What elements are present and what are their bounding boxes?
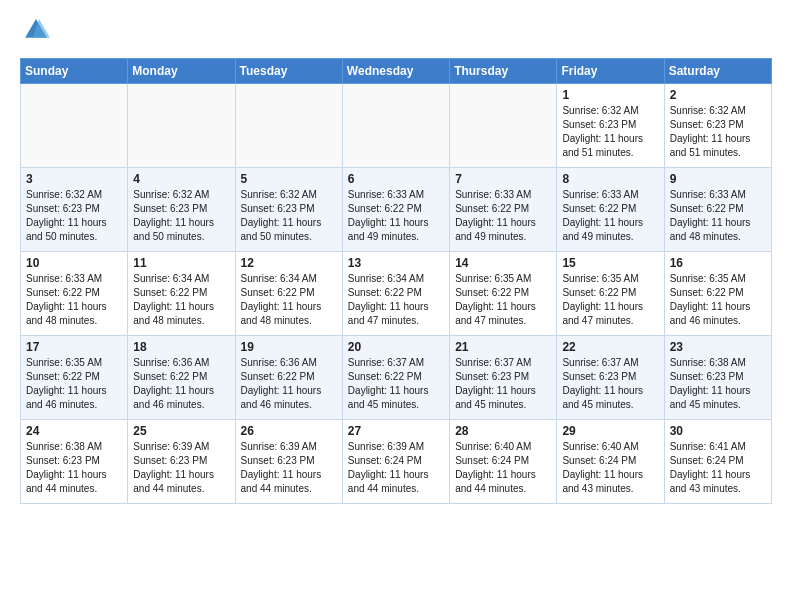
day-number: 30: [670, 424, 766, 438]
day-info: Sunrise: 6:39 AM Sunset: 6:23 PM Dayligh…: [133, 440, 229, 496]
day-cell: 20Sunrise: 6:37 AM Sunset: 6:22 PM Dayli…: [342, 336, 449, 420]
day-cell: 5Sunrise: 6:32 AM Sunset: 6:23 PM Daylig…: [235, 168, 342, 252]
day-cell: 23Sunrise: 6:38 AM Sunset: 6:23 PM Dayli…: [664, 336, 771, 420]
day-info: Sunrise: 6:33 AM Sunset: 6:22 PM Dayligh…: [562, 188, 658, 244]
day-info: Sunrise: 6:32 AM Sunset: 6:23 PM Dayligh…: [133, 188, 229, 244]
day-info: Sunrise: 6:39 AM Sunset: 6:23 PM Dayligh…: [241, 440, 337, 496]
day-info: Sunrise: 6:34 AM Sunset: 6:22 PM Dayligh…: [348, 272, 444, 328]
day-info: Sunrise: 6:37 AM Sunset: 6:22 PM Dayligh…: [348, 356, 444, 412]
day-info: Sunrise: 6:32 AM Sunset: 6:23 PM Dayligh…: [241, 188, 337, 244]
day-info: Sunrise: 6:33 AM Sunset: 6:22 PM Dayligh…: [455, 188, 551, 244]
day-info: Sunrise: 6:41 AM Sunset: 6:24 PM Dayligh…: [670, 440, 766, 496]
day-number: 21: [455, 340, 551, 354]
day-cell: 15Sunrise: 6:35 AM Sunset: 6:22 PM Dayli…: [557, 252, 664, 336]
day-info: Sunrise: 6:40 AM Sunset: 6:24 PM Dayligh…: [455, 440, 551, 496]
week-row-5: 24Sunrise: 6:38 AM Sunset: 6:23 PM Dayli…: [21, 420, 772, 504]
day-info: Sunrise: 6:37 AM Sunset: 6:23 PM Dayligh…: [562, 356, 658, 412]
day-cell: 6Sunrise: 6:33 AM Sunset: 6:22 PM Daylig…: [342, 168, 449, 252]
day-info: Sunrise: 6:34 AM Sunset: 6:22 PM Dayligh…: [241, 272, 337, 328]
weekday-header-tuesday: Tuesday: [235, 59, 342, 84]
day-number: 1: [562, 88, 658, 102]
day-info: Sunrise: 6:39 AM Sunset: 6:24 PM Dayligh…: [348, 440, 444, 496]
day-number: 28: [455, 424, 551, 438]
week-row-1: 1Sunrise: 6:32 AM Sunset: 6:23 PM Daylig…: [21, 84, 772, 168]
day-info: Sunrise: 6:40 AM Sunset: 6:24 PM Dayligh…: [562, 440, 658, 496]
weekday-header-wednesday: Wednesday: [342, 59, 449, 84]
day-number: 11: [133, 256, 229, 270]
day-number: 5: [241, 172, 337, 186]
day-info: Sunrise: 6:37 AM Sunset: 6:23 PM Dayligh…: [455, 356, 551, 412]
weekday-header-thursday: Thursday: [450, 59, 557, 84]
week-row-3: 10Sunrise: 6:33 AM Sunset: 6:22 PM Dayli…: [21, 252, 772, 336]
day-info: Sunrise: 6:38 AM Sunset: 6:23 PM Dayligh…: [670, 356, 766, 412]
weekday-header-saturday: Saturday: [664, 59, 771, 84]
day-number: 6: [348, 172, 444, 186]
day-number: 15: [562, 256, 658, 270]
day-cell: 2Sunrise: 6:32 AM Sunset: 6:23 PM Daylig…: [664, 84, 771, 168]
day-info: Sunrise: 6:35 AM Sunset: 6:22 PM Dayligh…: [670, 272, 766, 328]
day-cell: 12Sunrise: 6:34 AM Sunset: 6:22 PM Dayli…: [235, 252, 342, 336]
day-cell: 30Sunrise: 6:41 AM Sunset: 6:24 PM Dayli…: [664, 420, 771, 504]
day-info: Sunrise: 6:32 AM Sunset: 6:23 PM Dayligh…: [670, 104, 766, 160]
day-number: 25: [133, 424, 229, 438]
day-cell: 28Sunrise: 6:40 AM Sunset: 6:24 PM Dayli…: [450, 420, 557, 504]
day-info: Sunrise: 6:35 AM Sunset: 6:22 PM Dayligh…: [26, 356, 122, 412]
day-number: 22: [562, 340, 658, 354]
day-cell: 10Sunrise: 6:33 AM Sunset: 6:22 PM Dayli…: [21, 252, 128, 336]
day-number: 18: [133, 340, 229, 354]
day-cell: 25Sunrise: 6:39 AM Sunset: 6:23 PM Dayli…: [128, 420, 235, 504]
day-cell: 1Sunrise: 6:32 AM Sunset: 6:23 PM Daylig…: [557, 84, 664, 168]
day-cell: 21Sunrise: 6:37 AM Sunset: 6:23 PM Dayli…: [450, 336, 557, 420]
day-number: 24: [26, 424, 122, 438]
day-cell: 17Sunrise: 6:35 AM Sunset: 6:22 PM Dayli…: [21, 336, 128, 420]
day-info: Sunrise: 6:36 AM Sunset: 6:22 PM Dayligh…: [241, 356, 337, 412]
day-cell: 27Sunrise: 6:39 AM Sunset: 6:24 PM Dayli…: [342, 420, 449, 504]
day-info: Sunrise: 6:38 AM Sunset: 6:23 PM Dayligh…: [26, 440, 122, 496]
day-cell: 8Sunrise: 6:33 AM Sunset: 6:22 PM Daylig…: [557, 168, 664, 252]
day-number: 4: [133, 172, 229, 186]
day-info: Sunrise: 6:34 AM Sunset: 6:22 PM Dayligh…: [133, 272, 229, 328]
day-number: 2: [670, 88, 766, 102]
day-info: Sunrise: 6:33 AM Sunset: 6:22 PM Dayligh…: [670, 188, 766, 244]
day-cell: [21, 84, 128, 168]
week-row-4: 17Sunrise: 6:35 AM Sunset: 6:22 PM Dayli…: [21, 336, 772, 420]
day-cell: 18Sunrise: 6:36 AM Sunset: 6:22 PM Dayli…: [128, 336, 235, 420]
weekday-header-monday: Monday: [128, 59, 235, 84]
day-number: 27: [348, 424, 444, 438]
day-info: Sunrise: 6:35 AM Sunset: 6:22 PM Dayligh…: [562, 272, 658, 328]
day-number: 3: [26, 172, 122, 186]
day-cell: 24Sunrise: 6:38 AM Sunset: 6:23 PM Dayli…: [21, 420, 128, 504]
day-number: 8: [562, 172, 658, 186]
weekday-header-sunday: Sunday: [21, 59, 128, 84]
day-number: 13: [348, 256, 444, 270]
day-info: Sunrise: 6:36 AM Sunset: 6:22 PM Dayligh…: [133, 356, 229, 412]
day-number: 16: [670, 256, 766, 270]
day-number: 14: [455, 256, 551, 270]
header: [20, 16, 772, 48]
day-cell: 11Sunrise: 6:34 AM Sunset: 6:22 PM Dayli…: [128, 252, 235, 336]
day-cell: 3Sunrise: 6:32 AM Sunset: 6:23 PM Daylig…: [21, 168, 128, 252]
day-cell: [342, 84, 449, 168]
day-cell: 4Sunrise: 6:32 AM Sunset: 6:23 PM Daylig…: [128, 168, 235, 252]
logo-icon: [22, 16, 50, 44]
day-cell: 19Sunrise: 6:36 AM Sunset: 6:22 PM Dayli…: [235, 336, 342, 420]
day-number: 20: [348, 340, 444, 354]
weekday-header-friday: Friday: [557, 59, 664, 84]
day-cell: 29Sunrise: 6:40 AM Sunset: 6:24 PM Dayli…: [557, 420, 664, 504]
day-cell: 16Sunrise: 6:35 AM Sunset: 6:22 PM Dayli…: [664, 252, 771, 336]
day-cell: [235, 84, 342, 168]
day-cell: 14Sunrise: 6:35 AM Sunset: 6:22 PM Dayli…: [450, 252, 557, 336]
day-number: 12: [241, 256, 337, 270]
day-cell: 13Sunrise: 6:34 AM Sunset: 6:22 PM Dayli…: [342, 252, 449, 336]
day-number: 7: [455, 172, 551, 186]
day-cell: 26Sunrise: 6:39 AM Sunset: 6:23 PM Dayli…: [235, 420, 342, 504]
day-cell: 22Sunrise: 6:37 AM Sunset: 6:23 PM Dayli…: [557, 336, 664, 420]
day-number: 29: [562, 424, 658, 438]
day-info: Sunrise: 6:33 AM Sunset: 6:22 PM Dayligh…: [26, 272, 122, 328]
weekday-header-row: SundayMondayTuesdayWednesdayThursdayFrid…: [21, 59, 772, 84]
day-cell: 9Sunrise: 6:33 AM Sunset: 6:22 PM Daylig…: [664, 168, 771, 252]
day-cell: [128, 84, 235, 168]
day-number: 9: [670, 172, 766, 186]
calendar-table: SundayMondayTuesdayWednesdayThursdayFrid…: [20, 58, 772, 504]
day-number: 17: [26, 340, 122, 354]
